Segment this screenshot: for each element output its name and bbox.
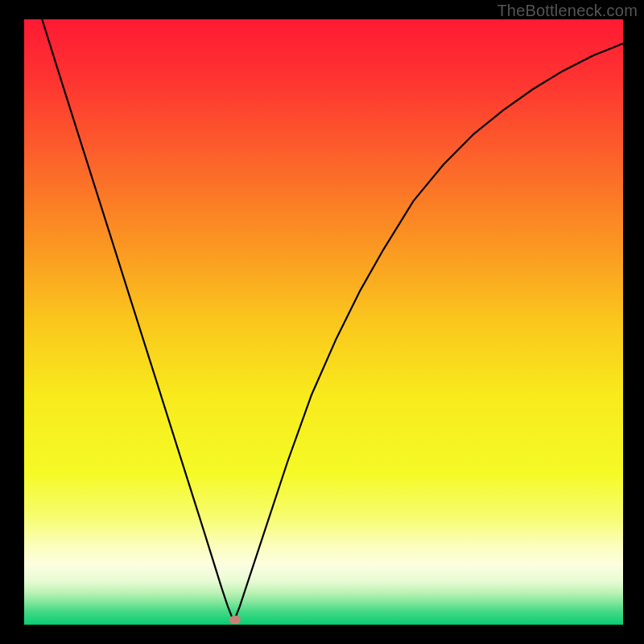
watermark-text: TheBottleneck.com (497, 2, 638, 20)
bottleneck-chart (0, 0, 644, 644)
chart-frame: TheBottleneck.com (0, 0, 644, 644)
plot-background (24, 19, 623, 625)
optimum-marker (229, 615, 241, 624)
